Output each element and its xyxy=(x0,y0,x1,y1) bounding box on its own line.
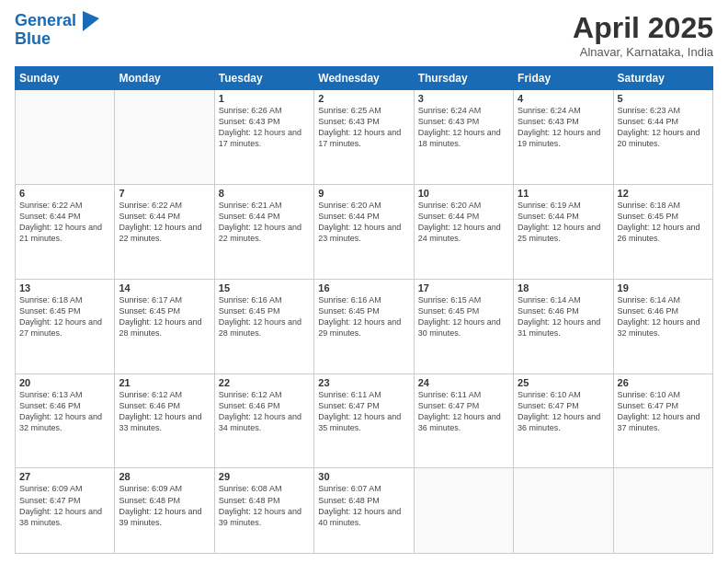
calendar-week-row: 6Sunrise: 6:22 AMSunset: 6:44 PMDaylight… xyxy=(16,184,713,279)
location: Alnavar, Karnataka, India xyxy=(573,45,713,59)
logo: General Blue xyxy=(15,11,99,49)
calendar-week-row: 1Sunrise: 6:26 AMSunset: 6:43 PMDaylight… xyxy=(16,90,713,185)
day-number: 1 xyxy=(219,93,310,104)
day-number: 28 xyxy=(119,471,210,482)
day-number: 14 xyxy=(119,282,210,293)
table-row xyxy=(414,468,513,554)
table-row: 25Sunrise: 6:10 AMSunset: 6:47 PMDayligh… xyxy=(514,373,613,468)
calendar-week-row: 13Sunrise: 6:18 AMSunset: 6:45 PMDayligh… xyxy=(16,279,713,373)
day-number: 4 xyxy=(518,93,609,104)
day-number: 10 xyxy=(418,188,509,199)
page: General Blue April 2025 Alnavar, Karnata… xyxy=(0,0,728,563)
table-row: 26Sunrise: 6:10 AMSunset: 6:47 PMDayligh… xyxy=(613,373,712,468)
day-info: Sunrise: 6:10 AMSunset: 6:47 PMDaylight:… xyxy=(518,389,609,434)
table-row: 29Sunrise: 6:08 AMSunset: 6:48 PMDayligh… xyxy=(214,468,313,554)
day-number: 7 xyxy=(119,188,210,199)
day-info: Sunrise: 6:24 AMSunset: 6:43 PMDaylight:… xyxy=(418,105,509,150)
day-info: Sunrise: 6:07 AMSunset: 6:48 PMDaylight:… xyxy=(318,483,409,528)
day-number: 13 xyxy=(19,282,110,293)
calendar-table: Sunday Monday Tuesday Wednesday Thursday… xyxy=(15,66,713,554)
logo-general: General xyxy=(15,11,76,29)
day-info: Sunrise: 6:26 AMSunset: 6:43 PMDaylight:… xyxy=(219,105,310,150)
table-row: 15Sunrise: 6:16 AMSunset: 6:45 PMDayligh… xyxy=(214,279,313,373)
day-info: Sunrise: 6:22 AMSunset: 6:44 PMDaylight:… xyxy=(119,200,210,245)
day-number: 2 xyxy=(318,93,409,104)
day-info: Sunrise: 6:17 AMSunset: 6:45 PMDaylight:… xyxy=(119,294,210,339)
day-number: 16 xyxy=(318,282,409,293)
table-row: 19Sunrise: 6:14 AMSunset: 6:46 PMDayligh… xyxy=(613,279,712,373)
logo-text: General xyxy=(15,11,99,31)
table-row: 3Sunrise: 6:24 AMSunset: 6:43 PMDaylight… xyxy=(414,90,513,185)
day-number: 8 xyxy=(219,188,310,199)
day-number: 19 xyxy=(618,282,709,293)
day-info: Sunrise: 6:12 AMSunset: 6:46 PMDaylight:… xyxy=(219,389,310,434)
table-row: 2Sunrise: 6:25 AMSunset: 6:43 PMDaylight… xyxy=(314,90,414,185)
day-number: 20 xyxy=(19,377,110,388)
col-thursday: Thursday xyxy=(414,67,513,90)
day-number: 18 xyxy=(518,282,609,293)
table-row: 30Sunrise: 6:07 AMSunset: 6:48 PMDayligh… xyxy=(314,468,414,554)
table-row: 9Sunrise: 6:20 AMSunset: 6:44 PMDaylight… xyxy=(314,184,414,279)
table-row: 12Sunrise: 6:18 AMSunset: 6:45 PMDayligh… xyxy=(613,184,712,279)
day-info: Sunrise: 6:09 AMSunset: 6:48 PMDaylight:… xyxy=(119,483,210,528)
table-row xyxy=(16,90,115,185)
day-info: Sunrise: 6:14 AMSunset: 6:46 PMDaylight:… xyxy=(518,294,609,339)
table-row: 17Sunrise: 6:15 AMSunset: 6:45 PMDayligh… xyxy=(414,279,513,373)
day-info: Sunrise: 6:22 AMSunset: 6:44 PMDaylight:… xyxy=(19,200,110,245)
table-row: 5Sunrise: 6:23 AMSunset: 6:44 PMDaylight… xyxy=(613,90,712,185)
table-row: 13Sunrise: 6:18 AMSunset: 6:45 PMDayligh… xyxy=(16,279,115,373)
day-number: 25 xyxy=(518,377,609,388)
svg-marker-0 xyxy=(83,11,99,31)
header: General Blue April 2025 Alnavar, Karnata… xyxy=(15,11,713,59)
table-row: 23Sunrise: 6:11 AMSunset: 6:47 PMDayligh… xyxy=(314,373,414,468)
col-sunday: Sunday xyxy=(16,67,115,90)
day-info: Sunrise: 6:15 AMSunset: 6:45 PMDaylight:… xyxy=(418,294,509,339)
day-info: Sunrise: 6:18 AMSunset: 6:45 PMDaylight:… xyxy=(19,294,110,339)
day-number: 21 xyxy=(119,377,210,388)
day-info: Sunrise: 6:12 AMSunset: 6:46 PMDaylight:… xyxy=(119,389,210,434)
day-number: 27 xyxy=(19,471,110,482)
day-number: 11 xyxy=(518,188,609,199)
col-monday: Monday xyxy=(115,67,214,90)
day-info: Sunrise: 6:16 AMSunset: 6:45 PMDaylight:… xyxy=(318,294,409,339)
day-number: 5 xyxy=(618,93,709,104)
table-row: 16Sunrise: 6:16 AMSunset: 6:45 PMDayligh… xyxy=(314,279,414,373)
table-row: 14Sunrise: 6:17 AMSunset: 6:45 PMDayligh… xyxy=(115,279,214,373)
calendar-header-row: Sunday Monday Tuesday Wednesday Thursday… xyxy=(16,67,713,90)
day-number: 22 xyxy=(219,377,310,388)
logo-blue: Blue xyxy=(15,29,99,49)
day-number: 23 xyxy=(318,377,409,388)
month-title: April 2025 xyxy=(573,11,713,45)
day-number: 12 xyxy=(618,188,709,199)
day-number: 17 xyxy=(418,282,509,293)
day-number: 3 xyxy=(418,93,509,104)
day-number: 29 xyxy=(219,471,310,482)
title-section: April 2025 Alnavar, Karnataka, India xyxy=(573,11,713,59)
table-row xyxy=(613,468,712,554)
day-number: 15 xyxy=(219,282,310,293)
table-row: 24Sunrise: 6:11 AMSunset: 6:47 PMDayligh… xyxy=(414,373,513,468)
day-number: 30 xyxy=(318,471,409,482)
day-info: Sunrise: 6:08 AMSunset: 6:48 PMDaylight:… xyxy=(219,483,310,528)
day-info: Sunrise: 6:11 AMSunset: 6:47 PMDaylight:… xyxy=(418,389,509,434)
table-row: 20Sunrise: 6:13 AMSunset: 6:46 PMDayligh… xyxy=(16,373,115,468)
day-info: Sunrise: 6:19 AMSunset: 6:44 PMDaylight:… xyxy=(518,200,609,245)
day-info: Sunrise: 6:16 AMSunset: 6:45 PMDaylight:… xyxy=(219,294,310,339)
table-row: 21Sunrise: 6:12 AMSunset: 6:46 PMDayligh… xyxy=(115,373,214,468)
calendar-week-row: 20Sunrise: 6:13 AMSunset: 6:46 PMDayligh… xyxy=(16,373,713,468)
table-row: 6Sunrise: 6:22 AMSunset: 6:44 PMDaylight… xyxy=(16,184,115,279)
table-row: 11Sunrise: 6:19 AMSunset: 6:44 PMDayligh… xyxy=(514,184,613,279)
table-row: 7Sunrise: 6:22 AMSunset: 6:44 PMDaylight… xyxy=(115,184,214,279)
table-row: 22Sunrise: 6:12 AMSunset: 6:46 PMDayligh… xyxy=(214,373,313,468)
day-number: 9 xyxy=(318,188,409,199)
calendar-week-row: 27Sunrise: 6:09 AMSunset: 6:47 PMDayligh… xyxy=(16,468,713,554)
day-info: Sunrise: 6:13 AMSunset: 6:46 PMDaylight:… xyxy=(19,389,110,434)
day-info: Sunrise: 6:10 AMSunset: 6:47 PMDaylight:… xyxy=(618,389,709,434)
logo-icon xyxy=(83,11,99,31)
table-row: 10Sunrise: 6:20 AMSunset: 6:44 PMDayligh… xyxy=(414,184,513,279)
table-row: 1Sunrise: 6:26 AMSunset: 6:43 PMDaylight… xyxy=(214,90,313,185)
day-info: Sunrise: 6:20 AMSunset: 6:44 PMDaylight:… xyxy=(418,200,509,245)
col-saturday: Saturday xyxy=(613,67,712,90)
day-info: Sunrise: 6:14 AMSunset: 6:46 PMDaylight:… xyxy=(618,294,709,339)
day-number: 26 xyxy=(618,377,709,388)
